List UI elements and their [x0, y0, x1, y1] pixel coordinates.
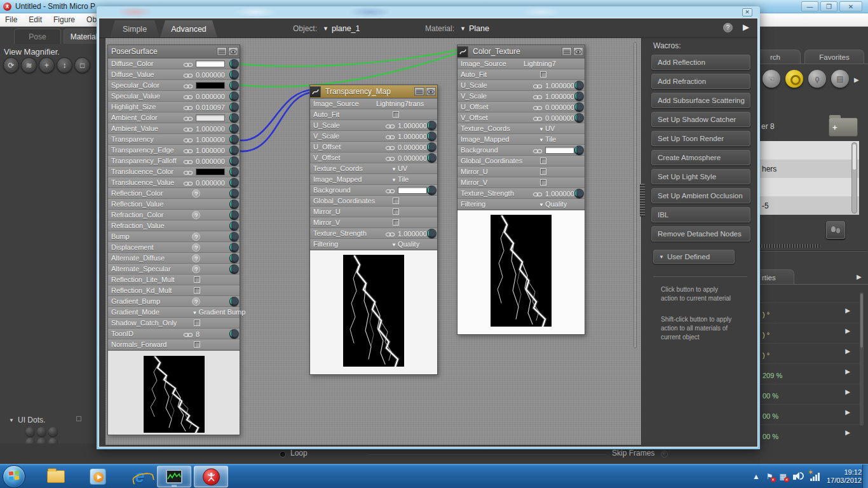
param-row-diffuse_value[interactable]: Diffuse_Value0.000000: [108, 69, 240, 80]
param-row-v_scale[interactable]: V_Scale1.000000: [458, 91, 585, 102]
dial-knob[interactable]: [427, 186, 437, 195]
color-swatch[interactable]: [196, 114, 225, 121]
light-icon[interactable]: ϙ: [808, 70, 826, 88]
chain-link-icon[interactable]: [183, 145, 193, 156]
media-player-icon[interactable]: [88, 467, 108, 486]
node-graph-scrollbar[interactable]: [634, 42, 637, 348]
library-list-item[interactable]: hers: [760, 159, 859, 178]
dial-knob[interactable]: [427, 153, 437, 163]
material-ring-icon[interactable]: [785, 70, 803, 88]
node-graph[interactable]: PoserSurface Diffuse_ColorDiffuse_Value0…: [105, 38, 641, 445]
eye-icon[interactable]: [228, 47, 238, 56]
param-value[interactable]: 0.000000: [398, 144, 427, 151]
wacro-remove-detached-nodes[interactable]: Remove Detached Nodes: [651, 226, 750, 241]
tab-pose[interactable]: Pose: [14, 29, 61, 44]
image-source-value[interactable]: Lightning7: [524, 60, 556, 67]
chain-link-icon[interactable]: [385, 142, 395, 153]
chain-link-icon[interactable]: [183, 80, 193, 92]
parameter-dial-row[interactable]: 00 %▶: [760, 424, 862, 444]
question-icon[interactable]: ?: [192, 254, 200, 262]
dial-knob[interactable]: [229, 329, 239, 339]
chain-link-icon[interactable]: [183, 156, 193, 167]
chain-link-icon[interactable]: [183, 177, 193, 189]
dial-knob[interactable]: [574, 102, 584, 112]
tab-favorites[interactable]: Favorites: [804, 50, 864, 64]
dial-arrow-icon[interactable]: ▶: [845, 307, 850, 314]
param-row-global_coordinates[interactable]: Global_Coordinates: [458, 156, 585, 166]
dial-knob[interactable]: [229, 92, 239, 101]
question-icon[interactable]: ?: [192, 233, 200, 241]
param-row-highlight_size[interactable]: Highlight_Size0.010097: [108, 102, 240, 112]
param-value[interactable]: 1.000000: [398, 133, 427, 140]
menu-edit[interactable]: Edit: [29, 15, 42, 24]
param-value[interactable]: 1.000000: [545, 82, 574, 90]
eye-icon[interactable]: [573, 47, 583, 56]
parameter-dial-row[interactable]: ) °▶: [760, 323, 862, 342]
dropdown[interactable]: ▼Tile: [539, 135, 556, 143]
wacro-set-up-light-style[interactable]: Set Up Light Style: [651, 169, 750, 184]
tray-clock[interactable]: 19:12 17/03/2012: [827, 468, 862, 485]
frame-icon[interactable]: □: [74, 57, 90, 73]
param-row-texture_coords[interactable]: Texture_Coords▼UV: [458, 123, 585, 134]
checkbox[interactable]: [194, 320, 200, 326]
param-row-v_scale[interactable]: V_Scale1.000000: [310, 131, 437, 142]
dial-knob[interactable]: [229, 102, 239, 112]
chain-link-icon[interactable]: [183, 112, 193, 124]
dial-knob[interactable]: [229, 243, 239, 252]
rotate-view-icon[interactable]: ⟳: [3, 57, 19, 73]
show-desktop-button[interactable]: [862, 464, 868, 488]
library-action-button[interactable]: [826, 221, 845, 239]
param-value[interactable]: 1.000000: [545, 93, 574, 100]
param-row-image_mapped[interactable]: Image_Mapped▼Tile: [458, 134, 585, 145]
image-source-value[interactable]: Lightning7trans: [376, 100, 424, 107]
dial-knob[interactable]: [229, 232, 239, 241]
panel-arrow-icon[interactable]: ▶: [743, 22, 749, 32]
object-dropdown-icon[interactable]: ▼: [323, 25, 329, 32]
poser-taskbar-button[interactable]: [194, 466, 228, 487]
dropdown[interactable]: ▼Gradient Bump: [192, 308, 245, 316]
dial-knob[interactable]: [229, 81, 239, 90]
tab-properties[interactable]: rties: [755, 269, 794, 285]
param-row-auto_fit[interactable]: Auto_Fit: [458, 69, 585, 80]
skip-frames-toggle[interactable]: [661, 451, 668, 458]
dial-knob[interactable]: [229, 178, 239, 187]
explorer-icon[interactable]: [46, 467, 66, 486]
dial-knob[interactable]: [229, 221, 239, 231]
dial-knob[interactable]: [229, 124, 239, 133]
ui-dot[interactable]: [25, 427, 35, 437]
chain-link-icon[interactable]: [532, 112, 543, 124]
dial-knob[interactable]: [574, 92, 584, 101]
param-row-ambient_color[interactable]: Ambient_Color: [108, 112, 240, 123]
param-row-u_scale[interactable]: U_Scale1.000000: [458, 80, 585, 91]
node-menu-icon[interactable]: [217, 47, 227, 56]
param-row-mirror_u[interactable]: Mirror_U: [310, 207, 437, 217]
material-dropdown-icon[interactable]: ▼: [460, 25, 466, 32]
layers-icon[interactable]: ≋: [21, 57, 37, 73]
param-row-reflection_value[interactable]: Reflection_Value: [108, 199, 240, 210]
dial-arrow-icon[interactable]: ▶: [845, 429, 850, 436]
chain-link-icon[interactable]: [385, 120, 395, 132]
backup-alert-icon[interactable]: ▦✕: [780, 472, 787, 481]
param-row-image_source[interactable]: Image_SourceLightning7: [458, 58, 585, 69]
node-menu-icon[interactable]: [414, 87, 424, 96]
dial-knob[interactable]: [574, 113, 584, 123]
param-row-v_offset[interactable]: V_Offset0.000000: [310, 152, 437, 163]
param-row-background[interactable]: Background: [458, 145, 585, 156]
param-value[interactable]: 1.000000: [398, 230, 427, 238]
checkbox[interactable]: [540, 71, 546, 78]
param-row-refraction_color[interactable]: Refraction_Color?: [108, 210, 240, 220]
param-row-u_offset[interactable]: U_Offset0.000000: [310, 142, 437, 152]
node-header[interactable]: PoserSurface: [108, 45, 240, 58]
panel-grip[interactable]: [640, 184, 645, 217]
wacro-create-atmosphere[interactable]: Create Atmosphere: [651, 150, 750, 165]
properties-arrow-icon[interactable]: ▶: [857, 273, 862, 280]
ui-dots-frame-icon[interactable]: [76, 416, 81, 421]
wacro-add-reflection[interactable]: Add Reflection: [651, 55, 750, 70]
param-row-image_mapped[interactable]: Image_Mapped▼Tile: [310, 174, 437, 185]
action-center-flag-icon[interactable]: ⚑✕: [766, 472, 773, 481]
checkbox[interactable]: [540, 158, 546, 164]
param-row-alternate_specular[interactable]: Alternate_Specular?: [108, 264, 240, 274]
chain-link-icon[interactable]: [385, 131, 395, 142]
checkbox[interactable]: [194, 287, 200, 294]
param-row-specular_value[interactable]: Specular_Value0.000000: [108, 91, 240, 102]
